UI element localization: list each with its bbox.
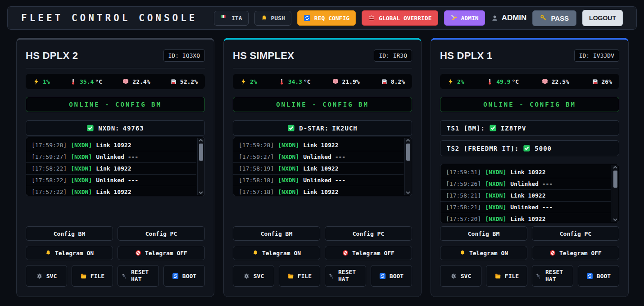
global-override-button[interactable]: GLOBAL OVERRIDE xyxy=(362,10,438,26)
check-icon xyxy=(489,124,497,132)
telegram-off-button[interactable]: Telegram OFF xyxy=(532,246,619,260)
header-actions: ITA PUSH REQ CONFIG GLOBAL OVERRIDE ADMI… xyxy=(214,10,623,26)
disk-stat: 26% xyxy=(592,78,612,85)
scroll-up-icon[interactable] xyxy=(199,139,203,142)
prohibited-icon xyxy=(549,250,556,256)
thermometer-icon xyxy=(486,78,493,85)
scroll-up-icon[interactable] xyxy=(406,139,410,142)
power-stat: 1% xyxy=(33,78,50,85)
logout-label: LOGOUT xyxy=(589,14,616,22)
thermometer-icon xyxy=(70,78,77,85)
svc-button[interactable]: SVC xyxy=(233,265,274,287)
card-actions: Config BM Config PC Telegram ON Telegram… xyxy=(440,226,619,287)
telegram-on-button[interactable]: Telegram ON xyxy=(440,246,527,260)
refresh-icon xyxy=(586,273,593,279)
language-button[interactable]: ITA xyxy=(214,11,248,26)
config-bm-button[interactable]: Config BM xyxy=(233,226,320,241)
cpu-stat: 21.9% xyxy=(332,78,360,85)
file-button[interactable]: FILE xyxy=(72,265,113,287)
network-label: TS1 [BM]: xyxy=(447,125,485,132)
pass-button[interactable]: PASS xyxy=(532,10,576,26)
power-value: 1% xyxy=(43,78,50,85)
file-button[interactable]: FILE xyxy=(279,265,320,287)
device-card-hs-dplx-2: HS DPLX 2 ID: IQ3XQ 1% 35.4°C 22.4% 52.2… xyxy=(16,38,214,297)
refresh-icon xyxy=(304,14,311,22)
reset-hat-button[interactable]: RESET HAT xyxy=(118,265,159,287)
prohibited-icon xyxy=(342,250,349,256)
telegram-off-button[interactable]: Telegram OFF xyxy=(325,246,412,260)
bell-icon xyxy=(45,250,51,256)
network-value: IK2UCH xyxy=(332,125,358,132)
user-label: ADMIN xyxy=(502,14,527,22)
card-actions: Config BM Config PC Telegram ON Telegram… xyxy=(26,226,205,287)
network-value: 49763 xyxy=(123,125,144,132)
telegram-on-button[interactable]: Telegram ON xyxy=(26,246,113,260)
cpu-stat: 22.4% xyxy=(122,78,150,85)
log-row: [17:59:27][NXDN]Unlinked --- xyxy=(26,151,196,163)
temperature-value: 35.4 xyxy=(80,78,94,85)
italy-flag-icon xyxy=(220,15,228,21)
plug-icon xyxy=(535,273,542,279)
logout-button[interactable]: LOGOUT xyxy=(582,10,623,26)
log-scrollbar[interactable] xyxy=(404,138,411,195)
log-scrollbar[interactable] xyxy=(612,165,618,222)
log-row: [17:58:19][NXDN]Link 10922 xyxy=(233,163,404,175)
floppy-icon xyxy=(381,78,388,85)
check-icon xyxy=(523,144,531,152)
folder-icon xyxy=(80,273,87,279)
device-cards-row: HS DPLX 2 ID: IQ3XQ 1% 35.4°C 22.4% 52.2… xyxy=(16,38,629,297)
scroll-down-icon[interactable] xyxy=(406,191,410,194)
log-panel: [17:59:31][NXDN]Link 10922 [17:59:26][NX… xyxy=(440,164,619,223)
key-icon xyxy=(540,14,547,22)
temperature-stat: 49.9°C xyxy=(486,78,519,85)
thermometer-icon xyxy=(278,78,285,85)
telegram-on-button[interactable]: Telegram ON xyxy=(233,246,320,260)
boot-button[interactable]: BOOT xyxy=(371,265,412,287)
config-bm-button[interactable]: Config BM xyxy=(26,226,113,241)
reset-hat-button[interactable]: RESET HAT xyxy=(325,265,366,287)
scroll-up-icon[interactable] xyxy=(613,166,617,169)
svc-button[interactable]: SVC xyxy=(26,265,67,287)
admin-tools-button[interactable]: ADMIN xyxy=(444,10,485,26)
temperature-value: 34.3 xyxy=(288,78,302,85)
device-card-hs-simplex: HS SIMPLEX ID: IR3Q 2% 34.3°C 21.9% 8.2%… xyxy=(223,38,422,297)
device-card-hs-dplx-1: HS DPLX 1 ID: IV3JDV 2% 49.9°C 22.5% 26%… xyxy=(431,38,629,297)
boot-button[interactable]: BOOT xyxy=(578,265,619,287)
power-stat: 2% xyxy=(240,78,257,85)
scrollbar-thumb[interactable] xyxy=(199,144,203,161)
card-title: HS DPLX 2 xyxy=(26,50,78,62)
network-value: IZ8TPV xyxy=(501,125,526,132)
disk-stat: 8.2% xyxy=(381,78,405,85)
status-banner: ONLINE - CONFIG BM xyxy=(233,97,412,112)
config-pc-button[interactable]: Config PC xyxy=(325,226,412,241)
boot-button[interactable]: BOOT xyxy=(163,265,205,287)
file-button[interactable]: FILE xyxy=(486,265,527,287)
svc-button[interactable]: SVC xyxy=(440,265,481,287)
config-pc-button[interactable]: Config PC xyxy=(118,226,205,241)
brain-icon xyxy=(541,78,549,85)
log-scrollbar[interactable] xyxy=(197,138,204,195)
folder-icon xyxy=(494,273,501,279)
temperature-unit: °C xyxy=(95,78,102,85)
log-row: [17:58:18][NXDN]Unlinked --- xyxy=(233,175,404,186)
scroll-down-icon[interactable] xyxy=(613,218,617,221)
telegram-off-button[interactable]: Telegram OFF xyxy=(118,246,205,260)
check-icon xyxy=(86,124,94,132)
req-config-label: REQ CONFIG xyxy=(314,15,349,22)
folder-icon xyxy=(287,273,294,279)
network-row-dstar: D-STAR: IK2UCH xyxy=(233,120,412,136)
network-row-ts1: TS1 [BM]: IZ8TPV xyxy=(440,120,619,136)
refresh-icon xyxy=(172,273,179,279)
scrollbar-thumb[interactable] xyxy=(406,144,410,161)
config-bm-button[interactable]: Config BM xyxy=(440,226,527,241)
brain-icon xyxy=(122,78,129,85)
scroll-down-icon[interactable] xyxy=(199,191,203,194)
user-icon xyxy=(491,14,499,22)
log-panel: [17:59:28][NXDN]Link 10922 [17:59:27][NX… xyxy=(233,137,412,196)
scrollbar-thumb[interactable] xyxy=(613,171,617,188)
reset-hat-button[interactable]: RESET HAT xyxy=(532,265,573,287)
config-pc-button[interactable]: Config PC xyxy=(532,226,619,241)
check-icon xyxy=(287,124,295,132)
push-button[interactable]: PUSH xyxy=(254,11,291,26)
req-config-button[interactable]: REQ CONFIG xyxy=(297,10,356,26)
